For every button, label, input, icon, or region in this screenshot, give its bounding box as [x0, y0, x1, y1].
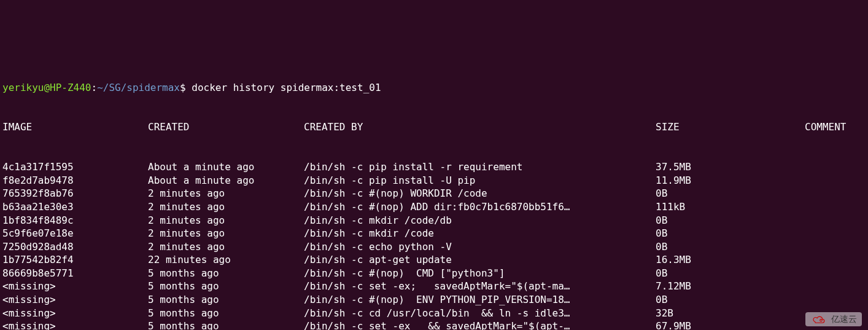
prompt-path: ~/SG/spidermax — [97, 81, 180, 95]
prompt-line: yerikyu@HP-Z440:~/SG/spidermax$ docker h… — [2, 81, 866, 95]
table-row: 5c9f6e07e18e2 minutes ago/bin/sh -c mkdi… — [2, 227, 866, 240]
cell-created-by: /bin/sh -c cd /usr/local/bin && ln -s id… — [304, 307, 656, 320]
table-row: f8e2d7ab9478About a minute ago/bin/sh -c… — [2, 174, 866, 187]
cell-size: 16.3MB — [656, 253, 805, 267]
cell-created-by: /bin/sh -c set -ex; savedAptMark="$(apt-… — [304, 280, 656, 293]
header-created: CREATED — [148, 120, 304, 134]
cell-created: 5 months ago — [148, 267, 304, 280]
cell-image: <missing> — [2, 307, 148, 320]
cell-created: 22 minutes ago — [148, 253, 304, 267]
cell-size: 0B — [656, 240, 805, 254]
cell-image: 1bf834f8489c — [2, 214, 148, 227]
header-image: IMAGE — [2, 120, 148, 134]
cell-created-by: /bin/sh -c set -ex && savedAptMark="$(ap… — [304, 320, 656, 330]
cell-size: 0B — [656, 293, 805, 307]
prompt-dollar: $ — [180, 81, 186, 95]
cell-created: 2 minutes ago — [148, 240, 304, 254]
table-row: b63aa21e30e32 minutes ago/bin/sh -c #(no… — [2, 200, 866, 214]
table-row: 1b77542b82f422 minutes ago/bin/sh -c apt… — [2, 253, 866, 267]
cell-size: 111kB — [656, 200, 805, 214]
cell-created: 2 minutes ago — [148, 200, 304, 214]
cell-image: f8e2d7ab9478 — [2, 174, 148, 187]
table-row: 765392f8ab762 minutes ago/bin/sh -c #(no… — [2, 187, 866, 200]
watermark: 亿速云 — [805, 312, 862, 326]
cell-image: b63aa21e30e3 — [2, 200, 148, 214]
prompt-separator: : — [91, 81, 98, 95]
cell-created-by: /bin/sh -c #(nop) CMD ["python3"] — [304, 267, 656, 280]
cell-created: About a minute ago — [148, 174, 304, 187]
cell-created-by: /bin/sh -c #(nop) ENV PYTHON_PIP_VERSION… — [304, 293, 656, 307]
cell-size: 37.5MB — [656, 160, 805, 174]
cell-created: 5 months ago — [148, 320, 304, 330]
cell-image: 5c9f6e07e18e — [2, 227, 148, 240]
cell-image: 4c1a317f1595 — [2, 160, 148, 174]
cell-created: 5 months ago — [148, 280, 304, 293]
cell-created-by: /bin/sh -c #(nop) ADD dir:fb0c7b1c6870bb… — [304, 200, 656, 214]
table-row: <missing>5 months ago/bin/sh -c cd /usr/… — [2, 307, 866, 320]
cell-created: 2 minutes ago — [148, 227, 304, 240]
table-row: <missing>5 months ago/bin/sh -c set -ex … — [2, 320, 866, 330]
cell-created-by: /bin/sh -c echo python -V — [304, 240, 656, 254]
cell-image: <missing> — [2, 280, 148, 293]
cell-size: 67.9MB — [656, 320, 805, 330]
cell-size: 0B — [656, 227, 805, 240]
cell-created: 2 minutes ago — [148, 187, 304, 200]
cell-created-by: /bin/sh -c pip install -U pip — [304, 174, 656, 187]
header-created-by: CREATED BY — [304, 120, 656, 134]
header-size: SIZE — [656, 120, 805, 134]
cell-created: 2 minutes ago — [148, 214, 304, 227]
cell-size: 7.12MB — [656, 280, 805, 293]
cell-created: 5 months ago — [148, 307, 304, 320]
cell-created-by: /bin/sh -c #(nop) WORKDIR /code — [304, 187, 656, 200]
table-row: 86669b8e57715 months ago/bin/sh -c #(nop… — [2, 267, 866, 280]
cell-image: <missing> — [2, 320, 148, 330]
cell-size: 0B — [656, 214, 805, 227]
cell-created-by: /bin/sh -c mkdir /code — [304, 227, 656, 240]
cell-created: 5 months ago — [148, 293, 304, 307]
prompt-user-host: yerikyu@HP-Z440 — [2, 81, 91, 95]
cell-size: 32B — [656, 307, 805, 320]
table-row: <missing>5 months ago/bin/sh -c set -ex;… — [2, 280, 866, 293]
cell-created-by: /bin/sh -c pip install -r requirement — [304, 160, 656, 174]
terminal-output: yerikyu@HP-Z440:~/SG/spidermax$ docker h… — [0, 53, 868, 330]
table-row: 4c1a317f1595About a minute ago/bin/sh -c… — [2, 160, 866, 174]
table-row: 7250d928ad482 minutes ago/bin/sh -c echo… — [2, 240, 866, 254]
prompt-command: docker history spidermax:test_01 — [186, 81, 381, 95]
cell-size: 0B — [656, 267, 805, 280]
table-row: 1bf834f8489c2 minutes ago/bin/sh -c mkdi… — [2, 214, 866, 227]
cell-image: <missing> — [2, 293, 148, 307]
table-header-row: IMAGECREATEDCREATED BYSIZECOMMENT — [2, 120, 866, 134]
cell-image: 1b77542b82f4 — [2, 253, 148, 267]
header-comment: COMMENT — [805, 120, 866, 134]
cell-created: About a minute ago — [148, 160, 304, 174]
cell-image: 765392f8ab76 — [2, 187, 148, 200]
cell-image: 7250d928ad48 — [2, 240, 148, 254]
cell-created-by: /bin/sh -c mkdir /code/db — [304, 214, 656, 227]
cell-image: 86669b8e5771 — [2, 267, 148, 280]
table-row: <missing>5 months ago/bin/sh -c #(nop) E… — [2, 293, 866, 307]
svg-point-0 — [820, 319, 823, 321]
cell-size: 11.9MB — [656, 174, 805, 187]
cell-size: 0B — [656, 187, 805, 200]
cell-created-by: /bin/sh -c apt-get update — [304, 253, 656, 267]
cloud-icon — [810, 314, 827, 325]
watermark-text: 亿速云 — [831, 313, 857, 325]
